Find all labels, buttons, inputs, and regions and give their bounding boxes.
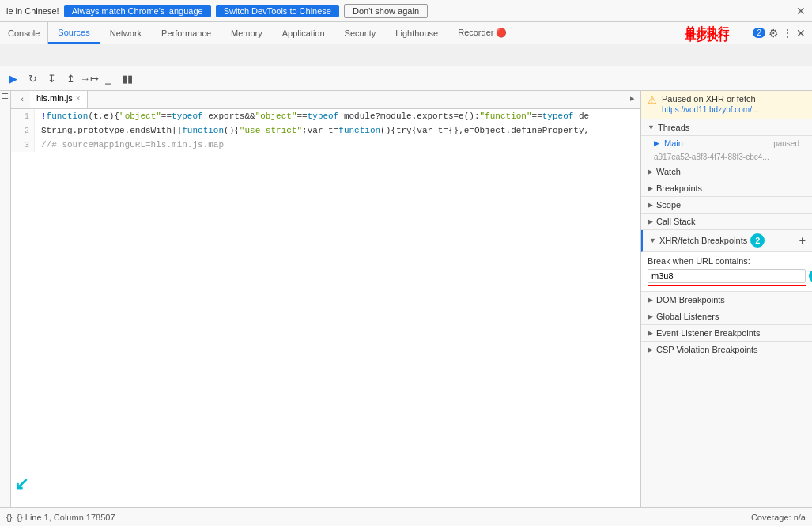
right-debug-panel: ⚠ Paused on XHR or fetch https://vod11.b… [640,89,812,507]
deactivate-breakpoints-button[interactable]: ⎯ [100,70,117,87]
match-language-button[interactable]: Always match Chrome's language [64,5,211,17]
banner-text: le in Chinese! [6,6,59,16]
code-line-1: 1 !function(t,e){"object"==typeof export… [11,109,640,123]
callstack-section-header[interactable]: Call Stack [641,214,812,230]
breakpoints-section-header[interactable]: Breakpoints [641,180,812,197]
event-chevron-icon [648,329,653,337]
paused-banner: ⚠ Paused on XHR or fetch https://vod11.b… [641,89,812,119]
content-area: ☰ ‹ hls.min.js × ▸ 1 !function(t,e){"obj… [0,89,812,507]
file-tab-close-icon[interactable]: × [76,94,81,103]
xhr-input-wrapper: 3 [648,269,806,283]
thread-main-item[interactable]: ▶ Main paused [641,136,812,150]
scope-chevron-icon [648,201,653,209]
thread-id: a917ea52-a8f3-4f74-88f3-cbc4... [641,150,812,164]
paused-info: Paused on XHR or fetch https://vod11.bdz… [662,93,758,114]
xhr-section-header[interactable]: XHR/fetch Breakpoints 2 + [641,230,812,252]
debug-toolbar: ▶ ↻ ↧ ↥ →↦ ⎯ ▮▮ [0,66,812,91]
sidebar-toggle-icon[interactable]: ☰ [2,92,9,100]
step-into-button[interactable]: ↧ [43,70,60,87]
switch-devtools-button[interactable]: Switch DevTools to Chinese [216,5,339,17]
file-tab-back-icon[interactable]: ‹ [14,89,30,108]
threads-section-header[interactable]: Threads [641,119,812,136]
tab-security[interactable]: Security [335,22,387,44]
toolbar-actions: 2 ⚙ ⋮ ✕ [746,27,812,40]
csp-label: CSP Violation Breakpoints [656,345,758,354]
annotation-3: 3 [809,269,812,283]
scope-section-header[interactable]: Scope [641,197,812,214]
code-editor[interactable]: 1 !function(t,e){"object"==typeof export… [11,109,640,507]
annotation-2: 2 [750,233,765,248]
threads-chevron-icon [648,123,655,131]
xhr-url-input[interactable] [648,269,806,283]
global-label: Global Listeners [656,312,719,321]
xhr-content: Break when URL contains: 3 [641,252,812,292]
step-button[interactable]: →↦ [81,70,98,87]
tab-console[interactable]: Console [0,22,48,44]
tab-memory[interactable]: Memory [221,22,273,44]
dismiss-button[interactable]: Don't show again [344,4,428,18]
banner-close-icon[interactable]: ✕ [796,5,806,17]
file-tab-overflow-icon[interactable]: ▸ [625,93,640,104]
more-icon[interactable]: ⋮ [782,27,793,40]
file-tabs: ‹ hls.min.js × ▸ [11,89,640,109]
breakpoints-chevron-icon [648,184,653,192]
tab-application[interactable]: Application [273,22,335,44]
notification-badge: 2 [753,28,765,38]
xhr-add-icon[interactable]: + [799,234,806,247]
step-out-button[interactable]: ↥ [62,70,79,87]
translation-banner: le in Chinese! Always match Chrome's lan… [0,0,812,22]
tab-recorder[interactable]: Recorder 🔴 [448,22,517,44]
status-coverage: Coverage: n/a [751,513,806,522]
settings-icon[interactable]: ⚙ [769,27,779,40]
status-bar: {} {} Line 1, Column 178507 Coverage: n/… [0,507,812,526]
breakpoints-label: Breakpoints [656,184,702,193]
curly-braces-icon[interactable]: {} [6,513,12,522]
xhr-chevron-icon [649,237,656,244]
file-tab-hls[interactable]: hls.min.js × [30,89,88,108]
thread-arrow-icon: ▶ [654,139,659,147]
callstack-label: Call Stack [656,217,696,226]
status-position: {} Line 1, Column 178507 [17,513,115,522]
close-devtools-icon[interactable]: ✕ [796,27,806,40]
paused-url: https://vod11.bdzybf.com/... [662,105,758,114]
step-over-button[interactable]: ↻ [24,70,41,87]
event-label: Event Listener Breakpoints [656,328,760,338]
watch-chevron-icon [648,168,653,176]
dom-chevron-icon [648,296,653,304]
tab-lighthouse[interactable]: Lighthouse [386,22,448,44]
watch-section-header[interactable]: Watch [641,164,812,180]
thread-main-label: Main [664,138,683,148]
left-sidebar: ☰ [0,89,11,507]
file-tab-name: hls.min.js [36,93,73,103]
csp-section-header[interactable]: CSP Violation Breakpoints [641,342,812,358]
tab-network[interactable]: Network [100,22,152,44]
dom-label: DOM Breakpoints [656,295,725,305]
watch-label: Watch [656,167,681,176]
status-left: {} {} Line 1, Column 178507 [6,513,115,522]
xhr-break-label: Break when URL contains: [648,256,806,266]
callstack-chevron-icon [648,218,653,225]
event-section-header[interactable]: Event Listener Breakpoints [641,325,812,342]
pause-on-exceptions-button[interactable]: ▮▮ [119,70,136,87]
sources-panel: ‹ hls.min.js × ▸ 1 !function(t,e){"objec… [11,89,640,507]
paused-icon: ⚠ [648,94,657,106]
xhr-red-underline [648,285,806,286]
global-section-header[interactable]: Global Listeners [641,308,812,325]
dom-section-header[interactable]: DOM Breakpoints [641,292,812,308]
threads-label: Threads [658,123,689,132]
code-line-3: 3 //# sourceMappingURL=hls.min.js.map [11,138,640,152]
paused-title: Paused on XHR or fetch [662,93,758,105]
csp-chevron-icon [648,346,653,354]
global-chevron-icon [648,312,653,320]
xhr-label: XHR/fetch Breakpoints [659,236,747,245]
devtools-toolbar: Console Sources Network Performance Memo… [0,22,812,44]
code-line-2: 2 String.prototype.endsWith||function(){… [11,123,640,138]
tab-sources[interactable]: Sources [48,22,100,44]
thread-main-status: paused [773,139,799,148]
tab-performance[interactable]: Performance [152,22,221,44]
resume-button[interactable]: ▶ [5,70,22,87]
scope-label: Scope [656,200,681,210]
